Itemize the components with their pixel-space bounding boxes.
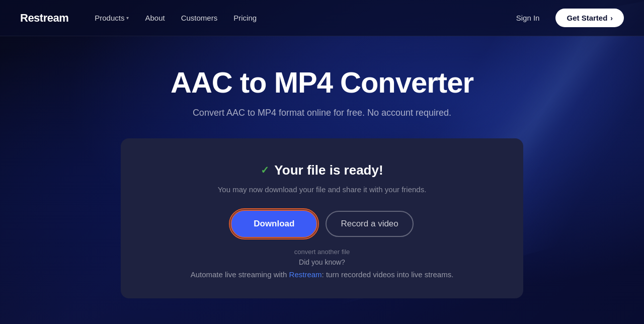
record-video-button[interactable]: Record a video <box>326 211 413 237</box>
get-started-label: Get Started <box>567 14 607 22</box>
converter-card: ✓ Your file is ready! You may now downlo… <box>121 138 523 299</box>
nav-about[interactable]: About <box>139 10 171 26</box>
nav-links: Products ▾ About Customers Pricing <box>89 10 510 26</box>
file-ready-text: Your file is ready! <box>274 163 383 178</box>
did-you-know-before: Automate live streaming with <box>191 270 289 279</box>
nav-pricing-label: Pricing <box>233 14 257 22</box>
check-icon: ✓ <box>261 164 269 176</box>
nav-pricing[interactable]: Pricing <box>227 10 263 26</box>
nav-about-label: About <box>145 14 165 22</box>
nav-products[interactable]: Products ▾ <box>89 10 135 26</box>
chevron-down-icon: ▾ <box>126 15 129 21</box>
did-you-know-title: Did you know? <box>141 258 503 266</box>
nav-products-label: Products <box>95 14 124 22</box>
did-you-know-body: Automate live streaming with Restream: t… <box>141 269 503 281</box>
nav-actions: Sign In Get Started › <box>510 9 624 27</box>
hero-title: AAC to MP4 Converter <box>10 66 634 99</box>
navbar: Restream Products ▾ About Customers Pric… <box>0 0 644 36</box>
card-wrapper: ✓ Your file is ready! You may now downlo… <box>0 138 644 299</box>
did-you-know-after: : turn recorded videos into live streams… <box>322 270 454 279</box>
hero-section: AAC to MP4 Converter Convert AAC to MP4 … <box>0 36 644 138</box>
sign-in-button[interactable]: Sign In <box>510 10 546 26</box>
hero-subtitle: Convert AAC to MP4 format online for fre… <box>10 108 634 118</box>
file-ready-row: ✓ Your file is ready! <box>141 163 503 178</box>
convert-another-link[interactable]: convert another file <box>294 248 350 256</box>
brand-logo[interactable]: Restream <box>20 12 68 25</box>
nav-customers[interactable]: Customers <box>175 10 224 26</box>
get-started-button[interactable]: Get Started › <box>555 9 624 27</box>
restream-link[interactable]: Restream <box>289 270 322 279</box>
file-subtitle: You may now download your file and share… <box>141 185 503 194</box>
nav-customers-label: Customers <box>181 14 218 22</box>
action-buttons: Download Record a video <box>141 210 503 238</box>
download-button[interactable]: Download <box>230 210 317 238</box>
arrow-icon: › <box>610 14 613 22</box>
